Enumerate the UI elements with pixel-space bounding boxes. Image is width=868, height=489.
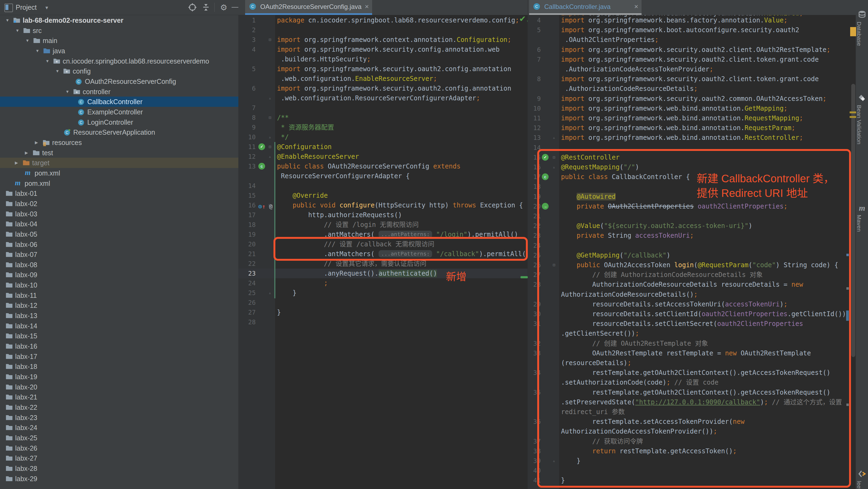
tree-item-labx-04[interactable]: labx-04 [0, 219, 238, 229]
code-line[interactable]: .antMatchers( ...antPatterns: "/login").… [277, 230, 518, 239]
stripe-warning-tick[interactable] [849, 116, 856, 118]
tree-item-pom-xml[interactable]: mpom.xml [0, 178, 238, 189]
tree-item-labx-19[interactable]: labx-19 [0, 372, 238, 382]
tree-item-labx-10[interactable]: labx-10 [0, 280, 238, 290]
code-line[interactable]: @Autowired [561, 192, 616, 201]
fold-end-icon[interactable]: ▵ [553, 456, 555, 466]
code-line[interactable]: } [561, 456, 581, 466]
code-line[interactable]: @Override [277, 191, 328, 200]
code-line[interactable]: } [277, 288, 297, 298]
tree-expand-arrow-closed[interactable]: ▶ [35, 137, 41, 148]
tree-expand-arrow-closed[interactable]: ▶ [15, 158, 21, 168]
scrollbar-thumb[interactable] [851, 84, 855, 357]
tool-window-button-bean-validation[interactable]: Bean Validation [856, 94, 868, 144]
tree-item-labx-09[interactable]: labx-09 [0, 270, 238, 280]
code-line[interactable]: /// 设置 /callback 无需权限访问 [277, 239, 434, 249]
code-line[interactable]: .AuthorizationCodeResourceDetails; [561, 84, 698, 93]
fold-end-icon[interactable]: ▵ [269, 93, 271, 103]
code-line[interactable]: AuthorizationCodeAccessTokenProvider()); [561, 427, 717, 436]
code-line[interactable]: .anyRequest().authenticated() [277, 268, 437, 278]
code-line[interactable]: resourceDetails.setAccessTokenUri(access… [561, 299, 787, 309]
tree-item-labx-26[interactable]: labx-26 [0, 443, 238, 453]
close-icon[interactable]: × [634, 2, 638, 11]
gear-icon[interactable]: ⚙ [219, 3, 228, 12]
stripe-mark[interactable] [846, 287, 849, 290]
code-line[interactable]: import org.springframework.web.bind.anno… [561, 133, 803, 143]
fold-collapse-icon[interactable]: ⊟ [269, 142, 271, 152]
code-line[interactable]: @GetMapping("/callback") [561, 251, 671, 260]
tab-callbackcontroller[interactable]: C CallbackController.java × [529, 0, 642, 13]
tree-item-labx-22[interactable]: labx-22 [0, 402, 238, 412]
tree-item-labx-23[interactable]: labx-23 [0, 412, 238, 423]
code-line[interactable]: .setPreservedState("http://127.0.0.1:909… [561, 397, 842, 407]
tree-item-labx-03[interactable]: labx-03 [0, 209, 238, 219]
code-line[interactable]: * 资源服务器配置 [277, 122, 334, 132]
code-line[interactable]: import org.springframework.security.oaut… [277, 84, 511, 93]
code-line[interactable]: private String accessTokenUri; [561, 231, 694, 240]
close-icon[interactable]: × [365, 2, 369, 11]
code-line[interactable]: return restTemplate.getAccessToken(); [561, 446, 737, 456]
tree-item-examplecontroller[interactable]: CExampleController [0, 107, 238, 117]
code-line[interactable]: restTemplate.setAccessTokenProvider(new [561, 417, 744, 427]
code-line[interactable]: ; [277, 278, 328, 288]
tree-item-labx-13[interactable]: labx-13 [0, 311, 238, 321]
tab-oauth2resourceserverconfig[interactable]: C OAuth2ResourceServerConfig.java × [245, 0, 372, 13]
code-line[interactable]: } [561, 476, 565, 485]
tool-window-button-maven[interactable]: mMaven [856, 203, 868, 232]
tree-expand-arrow-open[interactable]: ▼ [16, 25, 22, 36]
code-line[interactable]: .OAuth2ClientProperties; [561, 35, 658, 45]
code-line[interactable]: AuthorizationCodeResourceDetails resourc… [561, 280, 803, 289]
code-line[interactable]: AuthorizationCodeResourceDetails(); [561, 290, 698, 299]
code-line[interactable]: OAuth2RestTemplate restTemplate = new OA… [561, 348, 811, 358]
tree-item-labx-05[interactable]: labx-05 [0, 229, 238, 239]
code-line[interactable]: import org.springframework.beans.factory… [561, 16, 787, 25]
tree-item-labx-20[interactable]: labx-20 [0, 382, 238, 392]
code-line[interactable]: import org.springframework.security.conf… [277, 45, 500, 54]
tree-item-labx-16[interactable]: labx-16 [0, 341, 238, 351]
code-line[interactable]: ResourceServerConfigurerAdapter { [277, 171, 410, 181]
code-line[interactable]: } [277, 308, 281, 317]
fold-collapse-icon[interactable]: ⊟ [269, 35, 271, 45]
code-line[interactable]: import org.springframework.web.bind.anno… [561, 104, 787, 113]
tree-item-callbackcontroller[interactable]: CCallbackController [0, 96, 238, 107]
code-line[interactable]: import org.springframework.web.bind.anno… [561, 113, 803, 123]
code-line[interactable]: import org.springframework.security.oaut… [561, 74, 819, 84]
chevron-down-icon[interactable]: ▾ [45, 4, 48, 11]
tree-item-labx-17[interactable]: labx-17 [0, 351, 238, 362]
tree-expand-arrow-closed[interactable]: ▶ [25, 148, 31, 158]
code-line[interactable]: // 设置其它请求，需要认证后访问 [277, 259, 427, 268]
code-line[interactable]: .getClientSecret()); [561, 328, 639, 338]
code-line[interactable]: private OAuth2ClientProperties oauth2Cli… [561, 201, 787, 211]
fold-collapse-icon[interactable]: ⊟ [269, 113, 271, 122]
code-line[interactable]: package cn.iocoder.springboot.lab68.reso… [277, 16, 527, 25]
tree-item-labx-12[interactable]: labx-12 [0, 300, 238, 311]
stripe-mark[interactable] [846, 311, 849, 321]
fold-collapse-icon[interactable]: ⊟ [553, 152, 555, 162]
code-line[interactable]: .AuthorizationCodeAccessTokenProvider; [561, 64, 713, 74]
tree-item-cn-iocoder-springboot-lab68-resourceserverdemo[interactable]: ▼cn.iocoder.springboot.lab68.resourceser… [0, 56, 238, 66]
tree-item-lab-68-demo02-resource-server[interactable]: ▼lab-68-demo02-resource-server [0, 15, 238, 25]
code-line[interactable]: resourceDetails.setClientSecret(oauth2Cl… [561, 319, 803, 328]
code-line[interactable]: restTemplate.getOAuth2ClientContext().ge… [561, 387, 831, 397]
code-line[interactable]: .builders.HttpSecurity; [277, 54, 371, 64]
tree-item-labx-06[interactable]: labx-06 [0, 239, 238, 250]
collapse-all-icon[interactable] [201, 3, 211, 12]
tree-item-src[interactable]: ▼src [0, 25, 238, 36]
code-line[interactable]: .setAuthorizationCode(code); // 设置 code [561, 378, 718, 387]
fold-end-icon[interactable]: ▵ [269, 288, 271, 298]
code-line[interactable]: public class OAuth2ResourceServerConfig … [277, 162, 461, 171]
stripe-mark[interactable] [846, 404, 849, 406]
tree-expand-arrow-open[interactable]: ▼ [25, 35, 32, 46]
locate-file-icon[interactable] [188, 3, 197, 12]
tree-item-labx-27[interactable]: labx-27 [0, 453, 238, 463]
tree-item-resources[interactable]: ▶resources [0, 137, 238, 148]
fold-end-icon[interactable]: ▵ [269, 152, 271, 162]
tree-item-labx-18[interactable]: labx-18 [0, 361, 238, 372]
code-line[interactable]: /** [277, 113, 289, 122]
stripe-mark[interactable] [846, 254, 849, 256]
stripe-warning-tick[interactable] [849, 111, 856, 113]
code-line[interactable]: // 设置 /login 无需权限访问 [277, 220, 418, 230]
tree-item-java[interactable]: ▼java [0, 46, 238, 56]
code-line[interactable]: import org.springframework.security.oaut… [277, 64, 511, 74]
tree-item-labx-11[interactable]: labx-11 [0, 290, 238, 300]
